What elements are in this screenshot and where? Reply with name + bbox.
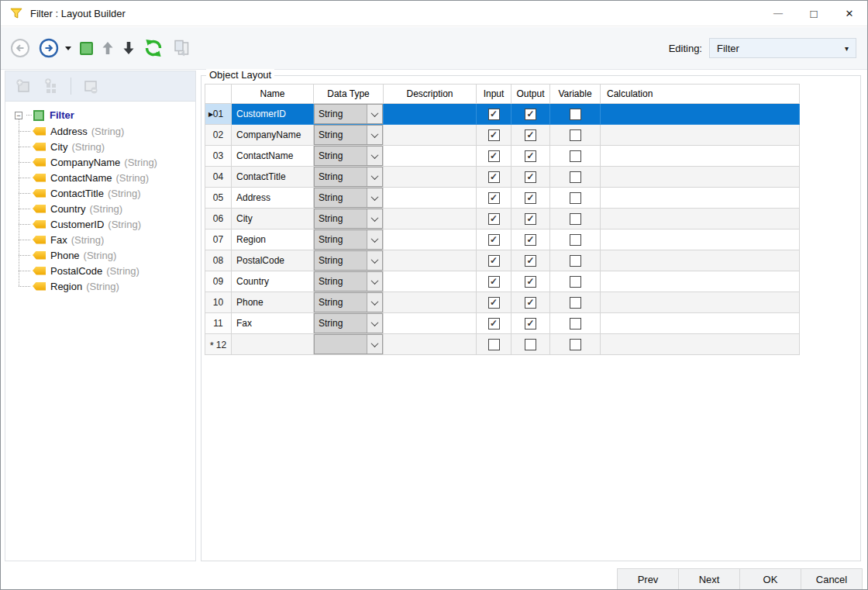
tree-item-postalcode[interactable]: PostalCode(String) [5,263,195,278]
data-type-select-09[interactable]: String [314,271,383,292]
cell-calculation-02[interactable] [601,125,800,146]
cell-name-01[interactable]: CustomerID [232,104,314,125]
variable-checkbox-08[interactable] [570,255,581,267]
back-button[interactable] [10,38,30,58]
input-checkbox-12[interactable] [488,339,500,350]
tree-root-filter[interactable]: − Filter [5,107,195,123]
input-checkbox-05[interactable]: ✓ [488,192,500,204]
output-checkbox-05[interactable]: ✓ [525,192,536,204]
minimize-button[interactable]: — [760,1,796,26]
forward-dropdown-caret[interactable] [65,47,71,50]
variable-checkbox-01[interactable] [570,109,581,120]
cell-name-10[interactable]: Phone [232,292,314,313]
cell-description-02[interactable] [384,125,477,146]
variable-checkbox-06[interactable] [570,213,581,225]
data-type-select-11[interactable]: String [314,313,383,333]
ok-button[interactable]: OK [739,568,801,590]
variable-checkbox-12[interactable] [570,339,581,350]
column-header-data-type[interactable]: Data Type [314,85,384,104]
input-checkbox-03[interactable]: ✓ [488,150,500,162]
combo-dropdown-icon[interactable] [367,167,382,186]
combo-dropdown-icon[interactable] [367,230,382,249]
move-up-button[interactable] [102,41,114,55]
row-header-07[interactable]: 07 [205,229,232,250]
stop-button[interactable] [80,42,93,55]
refresh-button[interactable] [143,38,164,58]
column-header-variable[interactable]: Variable [550,85,601,104]
cell-name-08[interactable]: PostalCode [232,250,314,271]
input-checkbox-08[interactable]: ✓ [488,255,500,267]
variable-checkbox-10[interactable] [570,297,581,309]
combo-dropdown-icon[interactable] [367,126,382,144]
input-checkbox-06[interactable]: ✓ [488,213,500,225]
maximize-button[interactable]: □ [796,1,832,26]
variable-checkbox-05[interactable] [570,192,581,204]
cell-name-03[interactable]: ContactName [232,146,314,167]
column-header-output[interactable]: Output [512,85,550,104]
tree-item-address[interactable]: Address(String) [5,123,195,139]
input-checkbox-10[interactable]: ✓ [488,297,500,309]
tree-item-phone[interactable]: Phone(String) [5,247,195,263]
output-checkbox-07[interactable]: ✓ [525,234,536,246]
row-header-11[interactable]: 11 [205,313,232,334]
output-checkbox-09[interactable]: ✓ [525,276,536,288]
column-header-row-selector[interactable] [205,85,232,104]
cell-calculation-06[interactable] [601,209,800,229]
cell-calculation-12[interactable] [601,334,800,355]
cell-name-12[interactable] [232,334,314,355]
cell-calculation-04[interactable] [601,167,800,188]
row-header-01[interactable]: ▶01 [205,104,232,125]
row-header-02[interactable]: 02 [205,125,232,146]
cell-calculation-03[interactable] [601,146,800,167]
add-group-button[interactable] [43,78,60,95]
combo-dropdown-icon[interactable] [367,251,382,270]
row-header-03[interactable]: 03 [205,146,232,167]
cell-description-03[interactable] [384,146,477,167]
data-type-select-01[interactable]: String [314,104,383,124]
tree-item-contacttitle[interactable]: ContactTitle(String) [5,185,195,201]
cell-description-10[interactable] [384,292,477,313]
output-checkbox-06[interactable]: ✓ [525,213,536,225]
column-header-calculation[interactable]: Calculation [601,85,800,104]
input-checkbox-07[interactable]: ✓ [488,234,500,246]
tree-item-region[interactable]: Region(String) [5,278,195,294]
cell-name-04[interactable]: ContactTitle [232,167,314,188]
tree-item-customerid[interactable]: CustomerID(String) [5,216,195,232]
combo-dropdown-icon[interactable] [367,314,382,333]
editing-select[interactable]: Filter ▾ [709,38,856,58]
variable-checkbox-04[interactable] [570,171,581,183]
row-header-08[interactable]: 08 [205,250,232,271]
cell-description-08[interactable] [384,250,477,271]
next-button[interactable]: Next [678,568,740,590]
close-button[interactable]: ✕ [832,1,867,26]
combo-dropdown-icon[interactable] [367,209,382,228]
output-checkbox-02[interactable]: ✓ [525,129,536,141]
data-type-select-08[interactable]: String [314,250,383,271]
cell-name-07[interactable]: Region [232,229,314,250]
move-down-button[interactable] [122,41,135,55]
cancel-button[interactable]: Cancel [801,568,863,590]
collapse-expander-icon[interactable]: − [15,112,22,119]
row-header-10[interactable]: 10 [205,292,232,313]
combo-dropdown-icon[interactable] [367,147,382,165]
input-checkbox-11[interactable]: ✓ [488,318,500,330]
input-checkbox-02[interactable]: ✓ [488,129,500,141]
cell-name-11[interactable]: Fax [232,313,314,334]
cell-calculation-11[interactable] [601,313,800,334]
data-type-select-12[interactable] [314,334,383,354]
data-type-select-05[interactable]: String [314,188,383,208]
data-type-select-10[interactable]: String [314,292,383,312]
data-type-select-03[interactable]: String [314,146,383,166]
output-checkbox-11[interactable]: ✓ [525,318,536,330]
output-checkbox-01[interactable]: ✓ [525,109,536,120]
variable-checkbox-03[interactable] [570,150,581,162]
row-header-04[interactable]: 04 [205,167,232,188]
cell-description-05[interactable] [384,188,477,209]
column-header-description[interactable]: Description [384,85,477,104]
tree-item-fax[interactable]: Fax(String) [5,232,195,247]
input-checkbox-09[interactable]: ✓ [488,276,500,288]
combo-dropdown-icon[interactable] [367,335,382,354]
data-type-select-06[interactable]: String [314,209,383,229]
cell-name-09[interactable]: Country [232,271,314,292]
prev-button[interactable]: Prev [617,568,679,590]
